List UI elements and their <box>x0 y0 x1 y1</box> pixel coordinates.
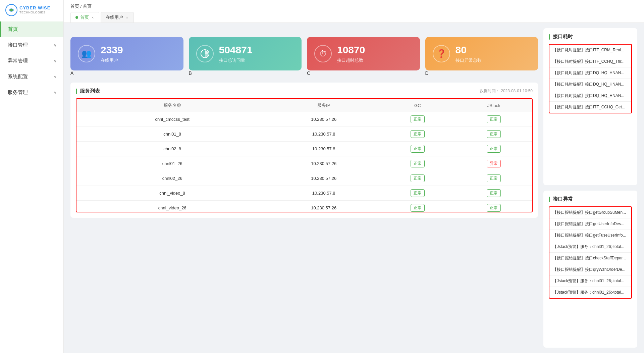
interface-exception-section: 接口异常 【接口报错提醒】接口getGroupSuMen...【接口报错提醒】接… <box>543 191 637 348</box>
status-badge-jstack: 正常 <box>487 189 501 197</box>
interface-time-section: 接口耗时 【接口耗时提醒】接口ITF_CRM_Real...【接口耗时提醒】接口… <box>543 28 637 185</box>
alert-item[interactable]: 【接口耗时提醒】接口DQ_HQ_HNAN... <box>549 79 631 90</box>
tabs-bar: 首页 × 在线用户 × <box>64 9 644 23</box>
tab-online-users[interactable]: 在线用户 × <box>101 12 133 22</box>
stat-card-a[interactable]: 👥 2339 在线用户 <box>70 37 183 70</box>
cell-ip: 10.230.57.26 <box>268 171 379 186</box>
cell-name: chnl_video_8 <box>76 186 268 201</box>
logo-text: CYBER WISE TECHNOLOGIES <box>19 5 50 14</box>
stat-icon-b <box>196 45 214 62</box>
alert-item[interactable]: 【接口耗时提醒】接口DQ_HQ_HNAN... <box>549 90 631 102</box>
tab-online-users-close[interactable]: × <box>125 15 128 19</box>
stat-number-a: 2339 <box>101 44 123 56</box>
logo-line2: TECHNOLOGIES <box>19 11 50 14</box>
table-row[interactable]: chnl02_8 10.230.57.8 正常 正常 <box>76 142 532 156</box>
stat-card-d[interactable]: ❓ 80 接口异常总数 <box>425 37 538 70</box>
alert-item[interactable]: 【Jstack预警】服务：chnl01_26;-total... <box>549 241 631 253</box>
stat-icon-a: 👥 <box>78 45 95 62</box>
col-header-name: 服务名称 <box>76 99 268 112</box>
alert-item[interactable]: 【接口报错提醒】接口getGroupSuMen... <box>549 207 631 218</box>
status-badge-gc: 正常 <box>411 174 425 182</box>
logo-image: CYBER WISE TECHNOLOGIES <box>5 4 50 16</box>
service-table-scroll[interactable]: 服务名称 服务IP GC JStack chnl_cmccss_test 10.… <box>76 98 533 212</box>
sidebar-item-service[interactable]: 服务管理 ∨ <box>0 85 63 100</box>
cell-gc: 正常 <box>379 156 455 171</box>
alert-item[interactable]: 【接口报错提醒】接口getFuseUserInfo... <box>549 230 631 241</box>
breadcrumb-current: 首页 <box>83 4 92 9</box>
alert-item[interactable]: 【接口耗时提醒】接口ITF_CRM_Real... <box>549 45 631 56</box>
service-table-time: 数据时间： 2023-08-01 10:50 <box>480 88 533 94</box>
alert-item[interactable]: 【Jstack预警】服务：chnl01_26;-total... <box>549 287 631 298</box>
cell-jstack: 正常 <box>456 142 532 156</box>
cell-name: chnl01_26 <box>76 156 268 171</box>
table-row[interactable]: chnl_cmccss_test 10.230.57.26 正常 正常 <box>76 112 532 127</box>
tab-home[interactable]: 首页 × <box>70 12 99 22</box>
alert-item[interactable]: 【接口报错提醒】接口checkStaffDepar... <box>549 253 631 264</box>
right-panel: 接口耗时 【接口耗时提醒】接口ITF_CRM_Real...【接口耗时提醒】接口… <box>543 28 637 348</box>
breadcrumb-separator: / <box>80 4 83 9</box>
cell-name: chnl_video_26 <box>76 201 268 213</box>
alert-item[interactable]: 【Jstack预警】服务：chnl01_26;-total... <box>549 275 631 287</box>
table-row[interactable]: chnl02_26 10.230.57.26 正常 正常 <box>76 171 532 186</box>
alert-item[interactable]: 【接口报错提醒】接口qryWzhOrderDe... <box>549 264 631 275</box>
cell-ip: 10.230.57.26 <box>268 156 379 171</box>
alert-item[interactable]: 【接口耗时提醒】接口ITF_CCHQ_Thr... <box>549 56 631 67</box>
alert-item[interactable]: 【接口耗时提醒】接口DQ_HQ_HNAN... <box>549 67 631 79</box>
logo-icon <box>5 4 17 16</box>
table-row[interactable]: chnl01_8 10.230.57.8 正常 正常 <box>76 127 532 142</box>
table-row[interactable]: chnl_video_8 10.230.57.8 正常 正常 <box>76 186 532 201</box>
sidebar-item-sysconfig[interactable]: 系统配置 ∨ <box>0 69 63 85</box>
tab-active-dot <box>75 16 78 19</box>
col-header-gc: GC <box>379 99 455 112</box>
sidebar-item-exception[interactable]: 异常管理 ∨ <box>0 53 63 69</box>
status-badge-gc: 正常 <box>411 145 425 153</box>
col-header-jstack: JStack <box>456 99 532 112</box>
service-table-title: 服务列表 <box>76 88 100 94</box>
sidebar-item-interface[interactable]: 接口管理 ∨ <box>0 37 63 53</box>
stat-label-c: C <box>307 70 420 76</box>
service-table: 服务名称 服务IP GC JStack chnl_cmccss_test 10.… <box>76 99 532 212</box>
chevron-down-icon: ∨ <box>54 74 57 79</box>
status-badge-jstack: 正常 <box>487 130 501 138</box>
alert-item[interactable]: 【接口报错提醒】接口getUserInfoDes... <box>549 218 631 230</box>
status-badge-gc: 正常 <box>411 160 425 167</box>
cell-gc: 正常 <box>379 142 455 156</box>
interface-time-title-text: 接口耗时 <box>553 34 573 40</box>
interface-exception-title-text: 接口异常 <box>553 196 573 202</box>
table-row[interactable]: chnl_video_26 10.230.57.26 正常 正常 <box>76 201 532 213</box>
sidebar-item-home[interactable]: 首页 <box>0 21 63 37</box>
alert-item[interactable]: 【接口耗时提醒】接口ITF_CCHQ_Get... <box>549 102 631 113</box>
stat-card-b[interactable]: 504871 接口总访问量 <box>189 37 302 70</box>
interface-exception-list: 【接口报错提醒】接口getGroupSuMen...【接口报错提醒】接口getU… <box>549 206 632 299</box>
stat-desc-b: 接口总访问量 <box>219 57 253 63</box>
cell-ip: 10.230.57.26 <box>268 112 379 127</box>
sidebar-item-home-label: 首页 <box>8 26 18 33</box>
cell-name: chnl_cmccss_test <box>76 112 268 127</box>
stat-icon-d: ❓ <box>433 45 450 62</box>
chevron-down-icon: ∨ <box>54 43 57 48</box>
main-content: 首页 / 首页 首页 × 在线用户 × 👥 2339 <box>64 0 644 353</box>
service-table-time-value: 2023-08-01 10:50 <box>501 89 533 93</box>
tab-home-close[interactable]: × <box>91 15 94 19</box>
chevron-down-icon: ∨ <box>54 90 57 95</box>
cell-ip: 10.230.57.8 <box>268 186 379 201</box>
stat-desc-d: 接口异常总数 <box>455 57 482 63</box>
sidebar-item-sysconfig-label: 系统配置 <box>8 73 28 80</box>
interface-exception-title: 接口异常 <box>549 196 632 202</box>
service-table-body: chnl_cmccss_test 10.230.57.26 正常 正常 chnl… <box>76 112 532 213</box>
table-row[interactable]: chnl01_26 10.230.57.26 正常 异常 <box>76 156 532 171</box>
cell-name: chnl02_26 <box>76 171 268 186</box>
cell-ip: 10.230.57.8 <box>268 142 379 156</box>
status-badge-jstack: 正常 <box>487 115 501 123</box>
tab-home-label: 首页 <box>80 14 89 20</box>
cell-gc: 正常 <box>379 171 455 186</box>
stat-number-c: 10870 <box>337 44 365 56</box>
stat-card-c[interactable]: ⏱ 10870 接口超时总数 <box>307 37 420 70</box>
service-table-section: 服务列表 数据时间： 2023-08-01 10:50 服务名称 服务IP <box>70 83 538 218</box>
cell-jstack: 正常 <box>456 186 532 201</box>
stat-desc-a: 在线用户 <box>101 57 123 63</box>
status-badge-gc: 正常 <box>411 204 425 212</box>
cell-ip: 10.230.57.8 <box>268 127 379 142</box>
cell-name: chnl01_8 <box>76 127 268 142</box>
sidebar: CYBER WISE TECHNOLOGIES 首页 接口管理 ∨ 异常管理 ∨… <box>0 0 64 353</box>
